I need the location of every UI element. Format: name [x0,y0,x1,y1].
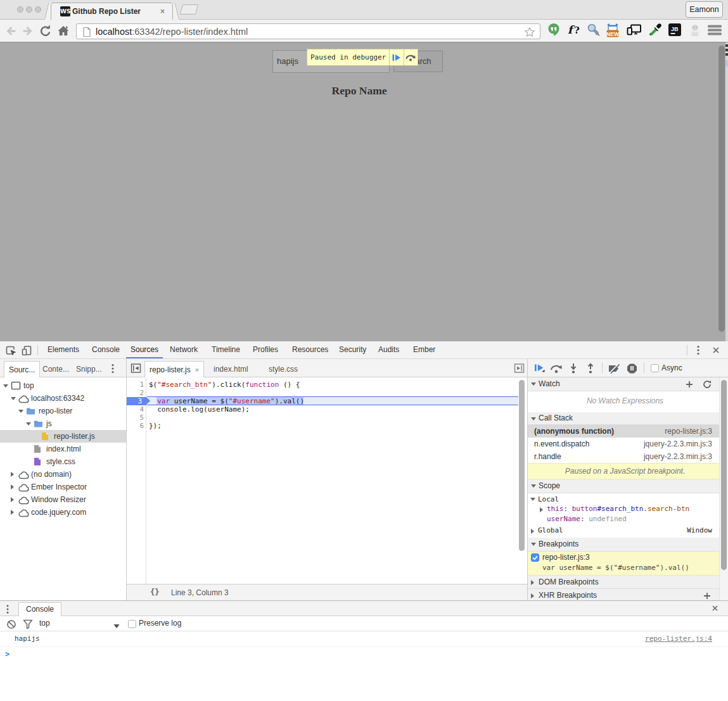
hangouts-extension-icon[interactable] [547,23,560,39]
console-tab[interactable]: Console [18,602,61,616]
navigator-tab-snippets[interactable]: Snipp... [72,361,106,377]
step-out-icon[interactable] [586,363,595,376]
devtools-close-icon[interactable] [712,346,720,356]
code-line-4[interactable]: console.log(userName); [149,405,250,414]
call-stack-frame[interactable]: r.handle jquery-2.2.3.min.js:3 [528,450,728,463]
disclosure-collapsed-icon[interactable] [531,529,534,534]
devtools-tab-network[interactable]: Network [165,341,202,358]
devtools-tab-ember[interactable]: Ember [409,341,440,358]
devtools-tab-timeline[interactable]: Timeline [207,341,245,358]
screenshot-extension-icon[interactable]: NEW [606,23,620,40]
console-menu-dots-icon[interactable] [5,604,10,616]
breakpoint-checkbox[interactable] [531,553,539,564]
sidebar-scrollbar[interactable] [721,380,727,570]
call-stack-frame[interactable]: (anonymous function) repo-lister.js:3 [528,425,728,438]
tree-item-js[interactable]: js [0,417,126,430]
gutter-line-number[interactable]: 2 [127,389,144,397]
zoom-window-button[interactable] [35,6,41,13]
add-icon[interactable] [703,591,712,600]
tree-item-window-resizer[interactable]: Window Resizer [0,493,126,506]
disabled-extension-icon[interactable] [688,23,702,39]
dom-breakpoints-section-header[interactable]: DOM Breakpoints [528,576,728,589]
gutter-line-number[interactable]: 6 [127,422,144,430]
search-extension-icon[interactable] [586,23,600,39]
url-text[interactable]: localhost:63342/repo-lister/index.html [96,27,248,37]
gutter-line-number[interactable]: 5 [127,414,144,422]
editor-tab-close-icon[interactable]: × [195,366,199,374]
editor-tab-repo-lister-js[interactable]: repo-lister.js× [144,361,204,377]
banner-resume-icon[interactable] [390,49,403,65]
profile-button[interactable]: Eamonn [686,1,723,18]
filter-icon[interactable] [23,619,33,631]
breakpoint-entry[interactable]: repo-lister.js:3 var userName = $("#user… [528,552,728,576]
devtools-tab-elements[interactable]: Elements [43,341,84,358]
gutter-line-number[interactable]: 1 [127,381,144,389]
forward-icon[interactable] [20,23,35,42]
tree-item-code-jquery-com[interactable]: code.jquery.com [0,506,126,519]
disclosure-collapsed-icon[interactable] [11,510,14,515]
deactivate-breakpoints-icon[interactable] [608,363,622,376]
code-line-6[interactable]: }); [149,422,162,430]
menu-icon[interactable] [708,23,722,39]
bookmark-star-icon[interactable] [524,27,535,40]
editor-tab-style-css[interactable]: style.css [264,361,302,377]
page-scrollbar[interactable] [718,46,725,332]
tree-item-repo-lister[interactable]: repo-lister [0,405,126,417]
navigator-hide-icon[interactable] [131,363,141,376]
disclosure-collapsed-icon[interactable] [540,507,543,512]
preserve-log-checkbox[interactable] [128,620,136,630]
new-tab-button[interactable] [180,4,199,15]
call-stack-frame[interactable]: n.event.dispatch jquery-2.2.3.min.js:3 [528,438,728,450]
tree-item-style-css[interactable]: style.css [0,455,126,468]
scope-this-property[interactable]: this: button#search_btn.search-btn [547,505,689,513]
tree-item-index-html[interactable]: index.html [0,443,126,455]
pause-exceptions-icon[interactable] [627,363,637,376]
breakpoints-section-header[interactable]: Breakpoints [528,538,728,552]
devtools-tab-sources[interactable]: Sources [126,341,163,358]
devtools-tab-resources[interactable]: Resources [288,341,333,358]
banner-step-over-icon[interactable] [404,49,418,65]
math-extension-icon[interactable]: f? [567,23,582,39]
disclosure-collapsed-icon[interactable] [11,472,14,477]
disclosure-expanded-icon[interactable] [11,397,16,400]
devtools-menu-dots-icon[interactable] [696,344,701,358]
editor-tab-index-html[interactable]: index.html [209,361,253,377]
context-dropdown-icon[interactable] [113,622,120,631]
scope-section-header[interactable]: Scope [528,479,728,493]
disclosure-expanded-icon[interactable] [26,422,31,426]
pretty-print-icon[interactable]: {} [150,587,161,598]
url-bar[interactable]: localhost:63342/repo-lister/index.html [76,23,540,39]
back-icon[interactable] [3,23,18,42]
disclosure-collapsed-icon[interactable] [11,497,14,502]
device-toolbar-icon[interactable] [21,344,32,358]
tree-item-repo-lister-js[interactable]: repo-lister.js [0,430,126,443]
clear-console-icon[interactable] [6,619,16,631]
execution-line-number[interactable]: 3 [127,397,146,405]
tree-item-no-domain[interactable]: (no domain) [0,468,126,481]
code-line-3[interactable]: var userName = $("#username").val() [149,397,304,405]
scope-username-property[interactable]: userName: undefined [547,515,627,523]
call-stack-section-header[interactable]: Call Stack [528,412,728,425]
jetbrains-extension-icon[interactable]: JB [668,23,682,39]
console-prompt[interactable]: > [0,647,728,663]
devtools-tab-console[interactable]: Console [87,341,124,358]
disclosure-expanded-icon[interactable] [530,498,535,501]
console-close-icon[interactable] [712,605,718,614]
disclosure-collapsed-icon[interactable] [11,484,14,489]
navigator-tab-content-scripts[interactable]: Conte... [38,361,73,377]
inspect-icon[interactable] [5,344,16,358]
responsive-extension-icon[interactable] [627,23,642,39]
console-log-source-link[interactable]: repo-lister.js:4 [645,635,712,643]
tree-item-top[interactable]: top [0,379,126,392]
eyedropper-extension-icon[interactable] [649,23,663,39]
execution-context-selector[interactable]: top [39,619,50,628]
devtools-tab-profiles[interactable]: Profiles [248,341,283,358]
reload-icon[interactable] [38,23,53,42]
step-over-icon[interactable] [550,363,563,376]
async-checkbox[interactable] [651,364,659,374]
gutter-line-number[interactable]: 4 [127,405,144,414]
devtools-tab-security[interactable]: Security [335,341,371,358]
xhr-breakpoints-section-header[interactable]: XHR Breakpoints [528,589,728,600]
navigator-tab-sources[interactable]: Sourc... [4,361,40,377]
disclosure-expanded-icon[interactable] [18,410,23,413]
